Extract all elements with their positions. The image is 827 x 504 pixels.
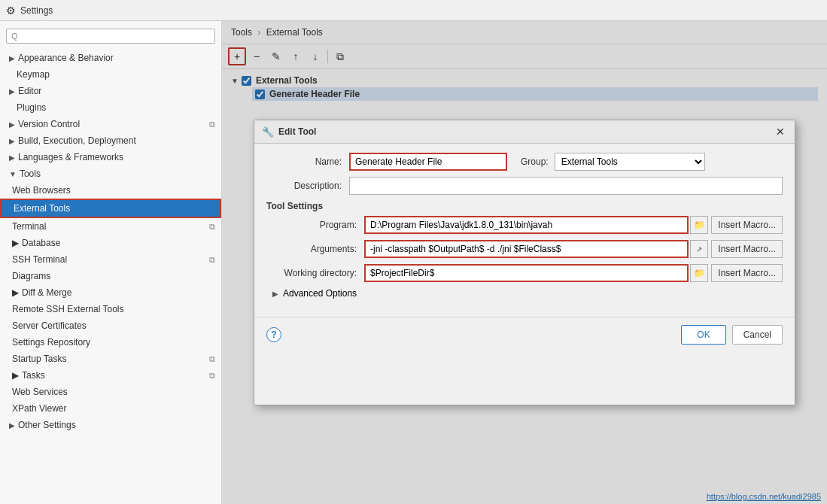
sidebar-item-database[interactable]: ▶ Database — [0, 235, 221, 251]
sidebar-item-server-certs[interactable]: Server Certificates — [0, 317, 221, 334]
sidebar-item-startup-tasks[interactable]: Startup Tasks ⧉ — [0, 351, 221, 367]
settings-icon: ⚙ — [6, 5, 16, 17]
sidebar-item-xpath-viewer[interactable]: XPath Viewer — [0, 400, 221, 417]
copy-icon: ⧉ — [209, 255, 215, 265]
sidebar-item-label: Diff & Merge — [22, 287, 71, 298]
search-icon: Q — [11, 32, 18, 41]
chevron-right-icon: ▶ — [12, 370, 19, 381]
sidebar-item-languages[interactable]: ▶ Languages & Frameworks — [0, 149, 221, 165]
sidebar-item-label: Languages & Frameworks — [18, 152, 123, 162]
sidebar-item-settings-repo[interactable]: Settings Repository — [0, 334, 221, 351]
arguments-row: Arguments: ↗ Insert Macro... — [266, 240, 783, 258]
ok-button[interactable]: OK — [681, 325, 725, 345]
advanced-options-label: Advanced Options — [283, 288, 357, 299]
sidebar-item-tools[interactable]: ▼ Tools — [0, 165, 221, 182]
sidebar-item-label: Tasks — [22, 370, 45, 381]
program-insert-macro-button[interactable]: Insert Macro... — [711, 216, 783, 234]
program-input[interactable] — [364, 216, 689, 234]
working-dir-insert-macro-button[interactable]: Insert Macro... — [711, 264, 783, 282]
sidebar-item-build[interactable]: ▶ Build, Execution, Deployment — [0, 132, 221, 149]
working-dir-browse-button[interactable]: 📁 — [690, 264, 708, 282]
sidebar-item-label: XPath Viewer — [12, 403, 67, 414]
tool-settings-label: Tool Settings — [266, 201, 783, 211]
sidebar-item-label: Tools — [20, 169, 41, 179]
dialog-close-button[interactable]: ✕ — [774, 125, 787, 138]
sidebar-item-diff-merge[interactable]: ▶ Diff & Merge — [0, 284, 221, 301]
sidebar-item-label: Version Control — [18, 119, 80, 129]
sidebar-item-diagrams[interactable]: Diagrams — [0, 268, 221, 284]
sidebar-item-label: Diagrams — [12, 271, 50, 281]
name-label: Name: — [266, 156, 349, 167]
working-dir-input[interactable] — [364, 264, 689, 282]
chevron-right-icon: ▶ — [9, 137, 15, 145]
sidebar-item-appearance[interactable]: ▶ Appearance & Behavior — [0, 50, 221, 66]
dialog-titlebar: 🔧 Edit Tool ✕ — [254, 120, 795, 144]
chevron-right-icon: ▶ — [9, 120, 15, 129]
sidebar-item-label: SSH Terminal — [12, 254, 67, 265]
name-row: Name: Group: External Tools — [266, 153, 783, 171]
program-row: Program: 📁 Insert Macro... — [266, 216, 783, 234]
sidebar-item-version-control[interactable]: ▶ Version Control ⧉ — [0, 116, 221, 132]
title-bar: ⚙ Settings — [0, 0, 827, 21]
program-browse-button[interactable]: 📁 — [690, 216, 708, 234]
name-input[interactable] — [349, 153, 507, 171]
program-label: Program: — [266, 220, 364, 230]
main-layout: Q ▶ Appearance & Behavior Keymap ▶ Edito… — [0, 21, 827, 504]
sidebar-item-web-services[interactable]: Web Services — [0, 384, 221, 400]
sidebar-item-label: Server Certificates — [12, 320, 87, 331]
description-label: Description: — [266, 181, 349, 191]
sidebar-item-label: Other Settings — [18, 420, 76, 430]
chevron-right-icon: ▶ — [9, 87, 15, 96]
arguments-input[interactable] — [364, 240, 689, 258]
dialog-overlay: 🔧 Edit Tool ✕ Name: Group: Ext — [222, 21, 827, 504]
sidebar-item-other-settings[interactable]: ▶ Other Settings — [0, 417, 221, 433]
arguments-label: Arguments: — [266, 244, 364, 254]
sidebar-item-remote-ssh[interactable]: Remote SSH External Tools — [0, 301, 221, 317]
cancel-button[interactable]: Cancel — [732, 325, 783, 345]
sidebar-item-web-browsers[interactable]: Web Browsers — [0, 182, 221, 199]
sidebar-item-terminal[interactable]: Terminal ⧉ — [0, 218, 221, 235]
dialog-title-text: Edit Tool — [278, 126, 316, 137]
working-dir-label: Working directory: — [266, 268, 364, 278]
sidebar-item-label: Web Browsers — [12, 185, 71, 196]
sidebar-item-label: Web Services — [12, 387, 68, 397]
description-input[interactable] — [349, 177, 783, 195]
sidebar-item-plugins[interactable]: Plugins — [0, 99, 221, 116]
search-input[interactable] — [21, 31, 210, 41]
chevron-right-icon: ▶ — [9, 153, 15, 162]
advanced-arrow-icon: ▶ — [272, 290, 278, 298]
sidebar-item-label: Database — [22, 238, 60, 248]
chevron-right-icon: ▶ — [9, 54, 15, 62]
sidebar-item-label: Remote SSH External Tools — [12, 304, 124, 314]
sidebar-item-external-tools[interactable]: External Tools — [0, 199, 221, 218]
sidebar-item-ssh-terminal[interactable]: SSH Terminal ⧉ — [0, 251, 221, 268]
sidebar-item-editor[interactable]: ▶ Editor — [0, 83, 221, 99]
chevron-right-icon: ▶ — [9, 421, 15, 430]
search-box[interactable]: Q — [6, 29, 215, 44]
copy-icon: ⧉ — [209, 120, 215, 129]
sidebar: Q ▶ Appearance & Behavior Keymap ▶ Edito… — [0, 21, 222, 504]
sidebar-item-label: Build, Execution, Deployment — [18, 135, 136, 146]
sidebar-item-label: Terminal — [12, 221, 46, 232]
right-panel: Tools › External Tools + − ✎ ↑ ↓ ⧉ ▼ Ext… — [222, 21, 827, 504]
dialog-body: Name: Group: External Tools Description: — [254, 144, 795, 314]
sidebar-item-label: Editor — [18, 86, 41, 96]
advanced-options-row[interactable]: ▶ Advanced Options — [266, 288, 783, 299]
chevron-right-icon: ▶ — [12, 287, 19, 298]
sidebar-item-label: Startup Tasks — [12, 354, 66, 364]
group-label: Group: — [521, 156, 549, 167]
sidebar-item-label: Keymap — [17, 69, 50, 80]
sidebar-item-label: External Tools — [14, 203, 70, 214]
sidebar-item-keymap[interactable]: Keymap — [0, 66, 221, 83]
chevron-right-icon: ▶ — [12, 238, 19, 248]
arguments-expand-button[interactable]: ↗ — [690, 240, 708, 258]
sidebar-item-label: Plugins — [17, 102, 46, 113]
edit-tool-dialog: 🔧 Edit Tool ✕ Name: Group: Ext — [254, 120, 795, 405]
sidebar-item-tasks[interactable]: ▶ Tasks ⧉ — [0, 367, 221, 384]
title-text: Settings — [20, 5, 53, 16]
help-button[interactable]: ? — [266, 327, 281, 342]
arguments-insert-macro-button[interactable]: Insert Macro... — [711, 240, 783, 258]
working-dir-row: Working directory: 📁 Insert Macro... — [266, 264, 783, 282]
copy-icon: ⧉ — [209, 371, 215, 381]
group-select[interactable]: External Tools — [555, 153, 705, 171]
